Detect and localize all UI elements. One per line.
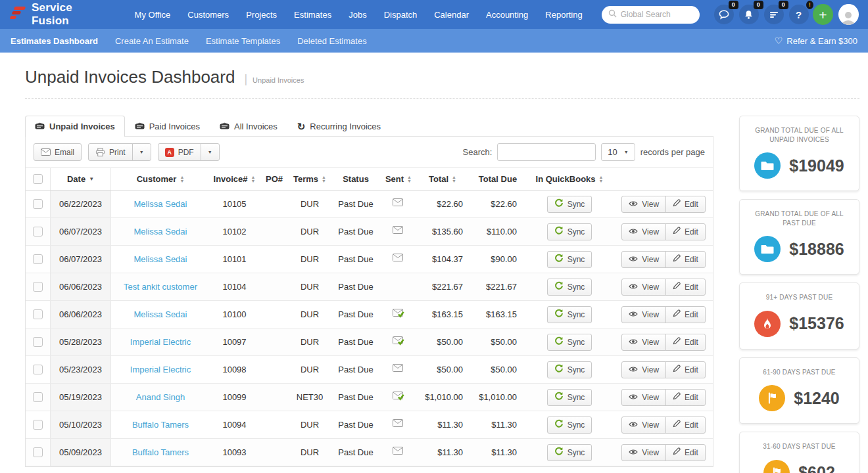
- nav-item-accounting[interactable]: Accounting: [479, 6, 535, 24]
- sync-button[interactable]: Sync: [547, 361, 592, 378]
- row-checkbox[interactable]: [33, 420, 43, 430]
- pdf-button[interactable]: A PDF: [158, 143, 201, 161]
- edit-button[interactable]: Edit: [665, 279, 706, 296]
- nav-item-reporting[interactable]: Reporting: [538, 6, 589, 24]
- header-sent[interactable]: Sent▲▼: [381, 168, 416, 190]
- customer-link[interactable]: Buffalo Tamers: [132, 447, 189, 457]
- row-checkbox[interactable]: [33, 282, 43, 292]
- sync-button[interactable]: Sync: [547, 334, 592, 351]
- row-checkbox[interactable]: [33, 447, 43, 457]
- customer-link[interactable]: Melissa Sedai: [134, 199, 187, 209]
- sync-button[interactable]: Sync: [547, 279, 592, 296]
- customer-link[interactable]: Test ankit customer: [124, 282, 197, 292]
- subnav-item-estimate-templates[interactable]: Estimate Templates: [206, 36, 280, 46]
- subnav-item-create-an-estimate[interactable]: Create An Estimate: [115, 36, 189, 46]
- customer-link[interactable]: Anand Singh: [136, 392, 185, 402]
- subnav-item-deleted-estimates[interactable]: Deleted Estimates: [297, 36, 367, 46]
- customer-link[interactable]: Imperial Electric: [130, 365, 191, 374]
- header-customer[interactable]: Customer▲▼: [111, 168, 210, 190]
- header-po[interactable]: PO#: [259, 168, 289, 190]
- header-quickbooks[interactable]: In QuickBooks▲▼: [526, 168, 613, 190]
- tab-paid-invoices[interactable]: Paid Invoices: [125, 116, 210, 137]
- email-button[interactable]: Email: [34, 143, 82, 161]
- row-checkbox[interactable]: [33, 337, 43, 347]
- view-button[interactable]: View: [621, 361, 666, 378]
- header-status[interactable]: Status: [330, 168, 381, 190]
- nav-item-jobs[interactable]: Jobs: [341, 6, 374, 24]
- global-search-input[interactable]: [621, 10, 693, 19]
- view-button[interactable]: View: [621, 389, 666, 406]
- edit-button[interactable]: Edit: [665, 361, 706, 378]
- nav-item-dispatch[interactable]: Dispatch: [377, 6, 425, 24]
- nav-item-calendar[interactable]: Calendar: [427, 6, 476, 24]
- subnav-item-estimates-dashboard[interactable]: Estimates Dashboard: [11, 36, 98, 46]
- sync-button[interactable]: Sync: [547, 389, 592, 406]
- edit-button[interactable]: Edit: [665, 223, 706, 240]
- tab-recurring-invoices[interactable]: ↻Recurring Invoices: [287, 116, 391, 137]
- row-checkbox[interactable]: [33, 365, 43, 374]
- view-button[interactable]: View: [621, 334, 666, 351]
- user-avatar[interactable]: [838, 4, 859, 25]
- nav-item-projects[interactable]: Projects: [239, 6, 284, 24]
- tab-unpaid-invoices[interactable]: Unpaid Invoices: [25, 116, 125, 137]
- view-button[interactable]: View: [621, 251, 666, 268]
- sync-button[interactable]: Sync: [547, 417, 592, 434]
- view-button[interactable]: View: [621, 196, 666, 213]
- invoice-total-due: $50.00: [470, 328, 526, 355]
- row-checkbox[interactable]: [33, 227, 43, 236]
- sync-button[interactable]: Sync: [547, 251, 592, 268]
- view-button[interactable]: View: [621, 444, 666, 461]
- header-total[interactable]: Total▲▼: [416, 168, 470, 190]
- global-search[interactable]: [602, 6, 700, 24]
- edit-button[interactable]: Edit: [665, 306, 706, 323]
- pdf-dropdown-button[interactable]: ▼: [201, 143, 220, 161]
- row-checkbox[interactable]: [33, 309, 43, 319]
- pencil-icon: [673, 254, 681, 264]
- customer-link[interactable]: Melissa Sedai: [134, 227, 187, 236]
- edit-button[interactable]: Edit: [665, 444, 706, 461]
- select-all-checkbox[interactable]: [33, 174, 43, 184]
- row-checkbox[interactable]: [33, 254, 43, 264]
- row-checkbox[interactable]: [33, 392, 43, 402]
- view-button[interactable]: View: [621, 279, 666, 296]
- customer-link[interactable]: Melissa Sedai: [134, 309, 187, 319]
- header-invoice[interactable]: Invoice#▲▼: [210, 168, 259, 190]
- view-button[interactable]: View: [621, 223, 666, 240]
- header-date[interactable]: Date▼: [51, 168, 111, 190]
- refer-earn-link[interactable]: ♡ Refer & Earn $300: [775, 35, 857, 46]
- view-button[interactable]: View: [621, 306, 666, 323]
- summary-card-label: GRAND TOTAL DUE OF ALL UNPAID INVOICES: [746, 126, 852, 144]
- customer-link[interactable]: Imperial Electric: [130, 337, 191, 347]
- sync-button[interactable]: Sync: [547, 444, 592, 461]
- view-button[interactable]: View: [621, 417, 666, 434]
- sync-button[interactable]: Sync: [547, 196, 592, 213]
- edit-button[interactable]: Edit: [665, 334, 706, 351]
- tab-all-invoices[interactable]: All Invoices: [210, 116, 287, 137]
- sync-button[interactable]: Sync: [547, 306, 592, 323]
- quick-add-button[interactable]: +: [813, 4, 833, 25]
- edit-button[interactable]: Edit: [665, 196, 706, 213]
- filter-menu-icon[interactable]: 0: [764, 5, 784, 24]
- print-dropdown-button[interactable]: ▼: [132, 143, 151, 161]
- chat-icon[interactable]: 0: [714, 5, 734, 24]
- customer-link[interactable]: Melissa Sedai: [134, 254, 187, 264]
- print-button[interactable]: Print: [88, 143, 133, 161]
- summary-card: 91+ DAYS PAST DUE $15376: [739, 282, 859, 349]
- edit-button[interactable]: Edit: [665, 389, 706, 406]
- page-size-select[interactable]: 10 ▼: [601, 143, 635, 161]
- help-icon[interactable]: ? !: [789, 5, 809, 24]
- nav-item-my-office[interactable]: My Office: [128, 6, 178, 24]
- nav-item-customers[interactable]: Customers: [180, 6, 236, 24]
- header-total-due[interactable]: Total Due: [470, 168, 526, 190]
- header-terms[interactable]: Terms▲▼: [289, 168, 330, 190]
- table-search-input[interactable]: [497, 143, 596, 161]
- edit-button[interactable]: Edit: [665, 251, 706, 268]
- customer-link[interactable]: Buffalo Tamers: [132, 420, 189, 430]
- edit-button[interactable]: Edit: [665, 417, 706, 434]
- row-checkbox[interactable]: [33, 199, 43, 209]
- sync-button[interactable]: Sync: [547, 223, 592, 240]
- invoice-terms: DUR: [289, 439, 330, 466]
- nav-item-estimates[interactable]: Estimates: [287, 6, 339, 24]
- notifications-bell-icon[interactable]: 0: [739, 5, 759, 24]
- service-fusion-logo[interactable]: Service Fusion: [9, 1, 110, 28]
